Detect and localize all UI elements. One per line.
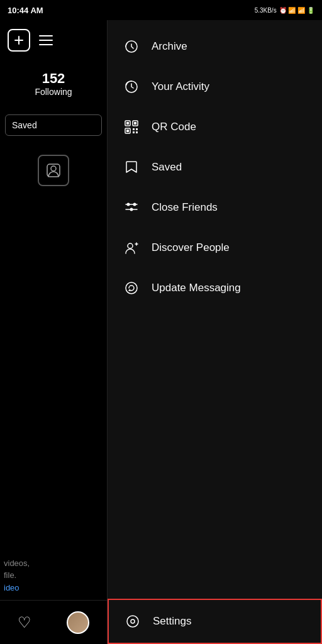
status-bar: 10:44 AM 5.3KB/s ⏰ 📶 📶 🔋 bbox=[0, 0, 322, 20]
svg-point-17 bbox=[133, 203, 136, 206]
qr-code-label: QR Code bbox=[152, 121, 196, 133]
svg-point-19 bbox=[130, 208, 133, 211]
following-label: Following bbox=[35, 87, 72, 97]
saved-label: Saved bbox=[12, 120, 37, 130]
close-friends-label: Close Friends bbox=[152, 201, 218, 214]
settings-icon bbox=[124, 613, 142, 630]
svg-point-23 bbox=[126, 282, 137, 294]
left-header bbox=[0, 20, 107, 58]
status-icons: ⏰ 📶 📶 🔋 bbox=[279, 7, 314, 14]
svg-point-25 bbox=[131, 619, 135, 623]
left-bottom-nav: ♡ bbox=[0, 600, 107, 644]
menu-list: Archive Your Activity bbox=[108, 20, 322, 314]
menu-item-close-friends[interactable]: Close Friends bbox=[108, 187, 322, 228]
svg-rect-13 bbox=[133, 131, 135, 133]
svg-rect-11 bbox=[133, 128, 135, 130]
user-avatar[interactable] bbox=[67, 611, 89, 634]
discover-people-label: Discover People bbox=[152, 242, 230, 254]
following-stats: 152 Following bbox=[0, 58, 107, 103]
menu-item-qr-code[interactable]: QR Code bbox=[108, 107, 322, 147]
status-time: 10:44 AM bbox=[8, 6, 43, 15]
close-friends-icon bbox=[123, 199, 140, 216]
update-messaging-icon bbox=[123, 279, 140, 297]
update-messaging-label: Update Messaging bbox=[152, 282, 241, 294]
heart-icon[interactable]: ♡ bbox=[18, 614, 31, 631]
left-bottom-text: videos,file. ideo bbox=[4, 557, 30, 594]
svg-point-20 bbox=[128, 243, 133, 248]
profile-icon-area bbox=[0, 155, 107, 186]
svg-point-3 bbox=[51, 166, 56, 171]
new-post-button[interactable] bbox=[8, 29, 30, 52]
svg-point-24 bbox=[127, 616, 138, 627]
menu-item-your-activity[interactable]: Your Activity bbox=[108, 67, 322, 107]
menu-item-discover-people[interactable]: Discover People bbox=[108, 228, 322, 268]
svg-rect-10 bbox=[126, 130, 129, 132]
svg-rect-12 bbox=[136, 128, 138, 130]
qr-code-icon bbox=[123, 118, 140, 136]
activity-label: Your Activity bbox=[152, 80, 209, 93]
saved-button[interactable]: Saved bbox=[5, 114, 102, 136]
settings-item[interactable]: Settings bbox=[108, 599, 322, 644]
video-link[interactable]: ideo bbox=[4, 583, 19, 592]
hamburger-menu[interactable] bbox=[39, 35, 53, 45]
saved-menu-label: Saved bbox=[152, 161, 182, 174]
svg-rect-8 bbox=[134, 122, 136, 125]
profile-icon bbox=[38, 155, 69, 186]
settings-label: Settings bbox=[153, 615, 191, 628]
left-panel: 152 Following Saved videos,file. ideo ♡ bbox=[0, 20, 107, 644]
following-count: 152 bbox=[42, 70, 65, 87]
menu-item-update-messaging[interactable]: Update Messaging bbox=[108, 268, 322, 308]
status-right: 5.3KB/s ⏰ 📶 📶 🔋 bbox=[255, 7, 314, 14]
archive-label: Archive bbox=[152, 40, 187, 53]
activity-icon bbox=[123, 78, 140, 96]
discover-people-icon bbox=[123, 239, 140, 257]
saved-icon bbox=[123, 158, 140, 176]
network-speed: 5.3KB/s bbox=[255, 7, 277, 14]
dropdown-panel: Archive Your Activity bbox=[107, 20, 322, 644]
svg-rect-6 bbox=[126, 122, 129, 125]
menu-item-archive[interactable]: Archive bbox=[108, 26, 322, 67]
svg-point-16 bbox=[127, 203, 130, 206]
menu-item-saved[interactable]: Saved bbox=[108, 147, 322, 187]
archive-icon bbox=[123, 38, 140, 55]
svg-rect-14 bbox=[136, 131, 138, 133]
